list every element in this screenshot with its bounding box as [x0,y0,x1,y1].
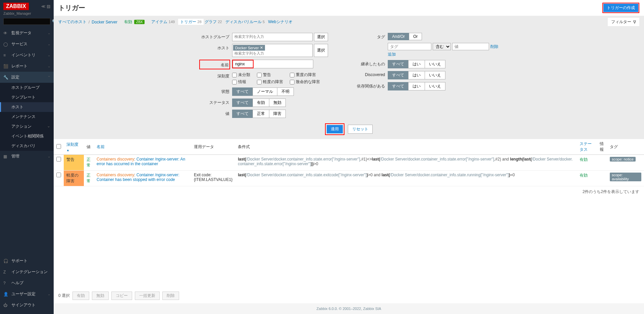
filter-tab[interactable]: フィルター ∇ [608,18,639,26]
nav-icon: 🔧 [3,75,9,80]
host-multiselect[interactable]: Docker Server ✕ [232,44,313,57]
depends-group-opt-1[interactable]: はい [408,82,425,90]
bulk-disable-button[interactable]: 無効 [92,292,109,300]
bc-tab-0[interactable]: アイテム [151,19,167,24]
sev-cb-4[interactable]: 軽度の障害 [257,79,283,85]
zbx-tag: ZBX [134,20,145,24]
tag-add-link[interactable]: 追加 [388,52,396,57]
nav-item-4[interactable]: 🔧設定⌃ [0,72,54,83]
value-group-opt-1[interactable]: 正常 [253,110,269,118]
status-group-opt-0[interactable]: すべて [232,99,253,107]
state-group-opt-1[interactable]: ノーマル [253,87,277,96]
sev-cb-3[interactable]: 情報 [232,79,250,85]
nav-icon: ▦ [3,154,9,159]
reset-button[interactable]: リセット [348,125,373,134]
sub-item-0[interactable]: ホストグループ [0,83,54,92]
inherited-group-opt-0[interactable]: すべて [388,60,408,68]
sev-cb-5[interactable]: 致命的な障害 [290,79,320,85]
value-group-opt-2[interactable]: 障害 [269,110,286,118]
tag-group-opt-0[interactable]: And/Or [388,33,409,40]
host-select-button[interactable]: 選択 [314,44,328,57]
discovered-label: Discovered [355,71,385,77]
severity-cell: 軽度の障害 [64,171,84,186]
bottom-item-1[interactable]: Zインテグレーション [0,266,54,277]
col-status[interactable]: ステータス [580,141,592,152]
state-group-opt-0[interactable]: すべて [232,87,253,96]
host-tag-remove[interactable]: ✕ [260,46,263,50]
state-group-opt-2[interactable]: 不明 [277,87,294,96]
inherited-group-opt-1[interactable]: はい [408,60,425,68]
status-group-opt-1[interactable]: 有効 [253,99,269,107]
tag-remove-link[interactable]: 削除 [490,44,498,50]
value-cell: 正常 [84,171,94,186]
collapse-sidebar-icon[interactable]: ≪ ▤ [41,4,50,9]
apply-button[interactable]: 適用 [327,125,343,133]
host-group-label: ホストグループ [199,33,229,40]
opdata-cell [191,155,235,171]
bottom-item-0[interactable]: 🎧サポート [0,255,54,266]
name-input-rest[interactable] [254,60,313,68]
global-search-input[interactable] [6,19,52,23]
tag-badge[interactable]: scope: notice [610,157,636,162]
nav-item-1[interactable]: ◯サービス⌄ [0,39,54,50]
table-footer: 2件のうち2件を表示しています [54,186,644,197]
tag-group-opt-1[interactable]: Or [409,33,422,40]
value-group-opt-0[interactable]: すべて [232,110,253,118]
bulk-copy-button[interactable]: コピー [111,292,132,300]
depends-group-opt-0[interactable]: すべて [388,82,408,90]
bc-all-hosts[interactable]: すべてのホスト [58,19,87,25]
inherited-group-opt-2[interactable]: いいえ [425,60,445,68]
bc-tab-1[interactable]: トリガー 28 [178,19,204,25]
discovered-group-opt-1[interactable]: はい [408,71,425,79]
bottom-item-2[interactable]: ?ヘルプ [0,277,54,289]
col-name[interactable]: 名前 [97,144,105,149]
host-group-select-button[interactable]: 選択 [314,33,328,41]
create-trigger-button[interactable]: トリガーの作成 [603,4,638,12]
bc-host[interactable]: Docker Server [92,20,117,24]
discovered-group-opt-0[interactable]: すべて [388,71,408,79]
sub-item-4[interactable]: アクション⌄ [0,122,54,131]
sub-item-1[interactable]: テンプレート [0,92,54,102]
sub-item-2[interactable]: ホスト [0,102,54,112]
nav-item-3[interactable]: ⬛レポート⌄ [0,61,54,72]
bottom-item-3[interactable]: 👤ユーザー設定⌄ [0,289,54,300]
name-input-highlighted[interactable] [233,60,253,68]
server-name: Zabbix_Manager [3,11,50,15]
host-label: ホスト [199,44,229,51]
sev-cb-0[interactable]: 未分類 [232,72,250,78]
nav-item-0[interactable]: 👁監視データ⌄ [0,27,54,39]
bulk-massupdate-button[interactable]: 一括更新 [135,292,160,300]
tag-op-select[interactable]: 含む [433,43,451,50]
depends-group-opt-2[interactable]: いいえ [425,82,445,90]
status-link[interactable]: 有効 [580,173,588,178]
tags-cell: scope: notice [607,155,644,171]
tag-badge[interactable]: scope: availability [610,173,641,181]
bulk-delete-button[interactable]: 削除 [162,292,179,300]
host-group-input[interactable] [233,34,312,39]
sub-item-5[interactable]: イベント相関関係 [0,131,54,141]
discovered-group-opt-2[interactable]: いいえ [425,71,445,79]
status-group-opt-2[interactable]: 無効 [269,99,286,107]
nav-item-2[interactable]: ≡インベントリ⌄ [0,50,54,61]
sub-item-3[interactable]: メンテナンス [0,112,54,122]
sev-cb-1[interactable]: 警告 [257,72,283,78]
sub-item-6[interactable]: ディスカバリ [0,141,54,151]
host-group-multiselect[interactable] [232,33,313,41]
row-checkbox[interactable] [56,157,61,162]
select-all-checkbox[interactable] [56,144,61,149]
host-input[interactable] [233,51,312,56]
bc-tab-4[interactable]: Webシナリオ [268,19,292,24]
bc-tab-2[interactable]: グラフ [205,19,217,24]
col-severity[interactable]: 深刻度 ▲ [66,142,78,152]
bulk-enable-button[interactable]: 有効 [72,292,89,300]
bc-tab-3[interactable]: ディスカバリルール [225,19,262,24]
row-checkbox[interactable] [56,173,61,177]
global-search[interactable]: 🔍 [3,18,50,25]
status-link[interactable]: 有効 [580,157,588,162]
tag-name-input[interactable] [388,43,431,50]
tag-value-input[interactable] [452,43,489,50]
sev-cb-2[interactable]: 重度の障害 [290,72,320,78]
nav-item-5[interactable]: ▦管理⌄ [0,151,54,162]
bottom-item-4[interactable]: ⏻サインアウト [0,300,54,311]
name-cell: Containers discovery: Container /nginx-s… [94,171,191,186]
